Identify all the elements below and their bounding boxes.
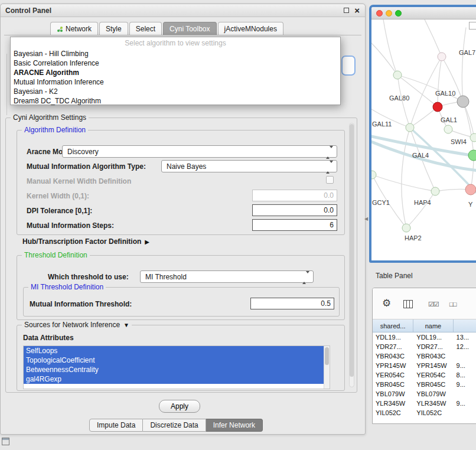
- columns-icon[interactable]: [403, 300, 413, 308]
- tab-select[interactable]: Select: [129, 22, 162, 35]
- settings-scrollbar-thumb[interactable]: [350, 124, 354, 377]
- attribute-item[interactable]: SelfLoops: [24, 346, 324, 356]
- table-cell: 9...: [454, 400, 476, 407]
- settings-group-title: Cyni Algorithm Settings: [11, 113, 89, 122]
- minimized-panel-icon[interactable]: [2, 438, 9, 445]
- attributes-scrollbar-thumb[interactable]: [325, 347, 329, 365]
- algorithm-option[interactable]: ARACNE Algorithm: [11, 68, 340, 77]
- table-row[interactable]: YIL052CYIL052C: [373, 408, 476, 418]
- table-row[interactable]: YBL079WYBL079W: [373, 389, 476, 399]
- tab-cyni-toolbox[interactable]: Cyni Toolbox: [163, 22, 216, 35]
- network-node[interactable]: [433, 102, 442, 112]
- table-row[interactable]: YER054CYER054C8...: [373, 370, 476, 380]
- tab-network[interactable]: Network: [50, 22, 98, 35]
- splitter-arrow-icon[interactable]: ◀: [364, 216, 368, 221]
- network-node[interactable]: [406, 123, 414, 132]
- table-row[interactable]: YBR043CYBR043C: [373, 351, 476, 361]
- network-edge: [462, 28, 466, 102]
- table-cell: YIL052C: [373, 409, 413, 416]
- gear-icon[interactable]: ⚙: [382, 297, 391, 309]
- tab-style[interactable]: Style: [99, 22, 128, 35]
- attribute-item[interactable]: BetweennessCentrality: [24, 365, 324, 374]
- minimize-traffic-light[interactable]: [386, 10, 392, 17]
- network-node[interactable]: [393, 71, 402, 79]
- dpi-tolerance-field[interactable]: 0.0: [252, 204, 337, 216]
- node-label: HAP2: [405, 234, 422, 242]
- apply-button[interactable]: Apply: [159, 400, 200, 413]
- mi-threshold-group: MI Threshold Definition Mutual Informati…: [23, 287, 340, 317]
- network-canvas[interactable]: GAL80GAL10GAL11GAL1SWI4GAL4GCY1HAP4HAP2G…: [371, 19, 476, 260]
- network-edge: [406, 191, 435, 228]
- float-window-icon[interactable]: [344, 8, 349, 13]
- bottom-tab-infer-network[interactable]: Infer Network: [206, 419, 263, 432]
- network-node[interactable]: [431, 187, 439, 195]
- network-node[interactable]: [470, 133, 476, 142]
- mi-threshold-field[interactable]: 0.5: [250, 298, 334, 309]
- table-row[interactable]: YBR045CYBR045C9...: [373, 380, 476, 389]
- table-row[interactable]: YLR345WYLR345W9...: [373, 399, 476, 408]
- tab-jactivemnodules[interactable]: jActiveMNodules: [218, 22, 283, 35]
- aracne-mode-select[interactable]: Discovery: [62, 145, 337, 158]
- zoom-traffic-light[interactable]: [395, 10, 402, 17]
- manual-kernel-checkbox[interactable]: [326, 176, 334, 184]
- hub-definition-toggle[interactable]: Hub/Transcription Factor Definition▶: [22, 237, 149, 246]
- window-title: Control Panel: [5, 6, 51, 15]
- column-header-extra[interactable]: [454, 319, 476, 332]
- network-window-titlebar[interactable]: [371, 7, 476, 19]
- algorithm-option[interactable]: Basic Correlation Inference: [11, 58, 340, 68]
- node-label: GAL11: [372, 120, 392, 128]
- network-edge: [438, 57, 442, 107]
- close-icon[interactable]: ×: [354, 5, 360, 16]
- hub-definition-label: Hub/Transcription Factor Definition: [22, 237, 141, 246]
- attribute-item[interactable]: TopologicalCoefficient: [24, 356, 324, 365]
- table-cell: YBR043C: [373, 353, 413, 360]
- network-node[interactable]: [468, 150, 476, 161]
- deselect-all-columns-icon[interactable]: □□: [449, 301, 456, 308]
- select-all-columns-icon[interactable]: ☑☑: [428, 301, 439, 308]
- kernel-width-field[interactable]: 0.0: [252, 190, 337, 201]
- dpi-tolerance-label: DPI Tolerance [0,1]:: [27, 207, 92, 215]
- mi-type-select[interactable]: Naive Bayes: [161, 160, 337, 172]
- column-header-shared-name[interactable]: shared...: [373, 319, 413, 332]
- which-threshold-label: Which threshold to use:: [48, 273, 129, 281]
- network-node[interactable]: [465, 184, 476, 195]
- birdseye-toggle[interactable]: [469, 22, 476, 30]
- algorithm-option[interactable]: Mutual Information Inference: [11, 77, 340, 87]
- attribute-item[interactable]: gal4RGexp: [24, 374, 324, 384]
- network-node[interactable]: [402, 224, 410, 232]
- algorithm-option-list: Bayesian - Hill ClimbingBasic Correlatio…: [11, 49, 340, 106]
- attributes-scrollbar[interactable]: [324, 346, 330, 389]
- network-node[interactable]: [438, 53, 446, 61]
- close-traffic-light[interactable]: [376, 10, 383, 17]
- node-label: Y: [468, 201, 473, 208]
- mi-steps-field[interactable]: 6: [252, 219, 337, 231]
- algorithm-option[interactable]: Bayesian - Hill Climbing: [11, 49, 340, 58]
- table-cell: YDR27...: [373, 343, 413, 350]
- table-cell: 8...: [454, 371, 476, 379]
- data-attributes-label: Data Attributes: [23, 334, 74, 342]
- table-cell: YBL079W: [413, 390, 453, 397]
- network-edge: [371, 43, 397, 75]
- table-row[interactable]: YPR145WYPR145W9...: [373, 361, 476, 370]
- algorithm-option[interactable]: Dream8 DC_TDC Algorithm: [11, 96, 340, 106]
- network-node[interactable]: [371, 171, 376, 179]
- bottom-tab-discretize-data[interactable]: Discretize Data: [143, 419, 206, 432]
- network-node[interactable]: [457, 96, 469, 107]
- table-row[interactable]: YDR27...YDR27...12...: [373, 342, 476, 351]
- which-threshold-select[interactable]: MI Threshold: [140, 270, 314, 283]
- aracne-mode-value: Discovery: [67, 147, 99, 157]
- control-panel-tab-bar: NetworkStyleSelectCyni ToolboxjActiveMNo…: [50, 22, 285, 35]
- table-row[interactable]: YDL19...YDL19...13...: [373, 332, 476, 342]
- column-header-name[interactable]: name: [413, 319, 453, 332]
- node-label: GAL1: [441, 116, 457, 123]
- table-cell: 9...: [454, 362, 476, 369]
- manual-kernel-label: Manual Kernel Width Definition: [27, 177, 131, 185]
- algorithm-option[interactable]: Bayesian - K2: [11, 87, 340, 96]
- sources-group-title[interactable]: Sources for Network Inference▼: [22, 321, 132, 329]
- settings-scrollbar[interactable]: [349, 123, 354, 387]
- network-edge: [397, 75, 438, 107]
- bottom-tab-impute-data[interactable]: Impute Data: [89, 419, 143, 432]
- network-node[interactable]: [444, 125, 452, 133]
- table-body: YDL19...YDL19...13...YDR27...YDR27...12.…: [373, 332, 476, 418]
- table-toolbar: ⚙ ☑☑ □□: [373, 288, 476, 319]
